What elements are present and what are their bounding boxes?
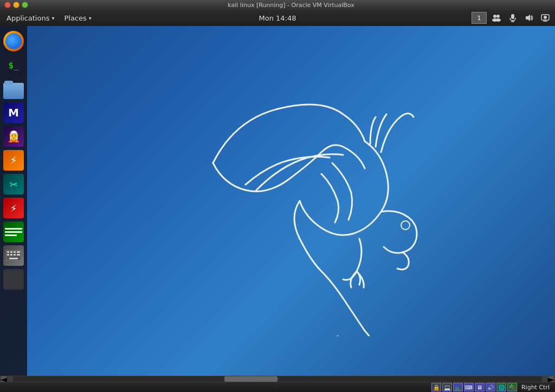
svg-point-3 xyxy=(495,18,501,22)
applications-label: Applications xyxy=(7,14,49,22)
panel-clock[interactable]: Mon 14:48 xyxy=(259,14,296,22)
dock-terminal[interactable]: $_ Terminal xyxy=(3,54,24,76)
svg-rect-22 xyxy=(9,258,18,259)
titlebar-controls[interactable] xyxy=(4,2,28,8)
dock-firefox[interactable]: Firefox ESR xyxy=(3,30,24,52)
kali-dragon-logo xyxy=(170,66,441,336)
desktop[interactable]: Firefox ESR $_ Terminal Files M Metasplo… xyxy=(0,26,555,376)
svg-rect-20 xyxy=(14,254,16,256)
window-title: kali linux [Running] - Oracle VM Virtual… xyxy=(31,2,551,9)
volume-icon[interactable] xyxy=(521,10,537,25)
dock-burp[interactable]: ⚡ Burp Suite xyxy=(3,149,24,171)
applications-menu[interactable]: Applications ▾ xyxy=(2,12,59,24)
titlebar: kali linux [Running] - Oracle VM Virtual… xyxy=(0,0,555,10)
dock-openvas[interactable]: OpenVAS xyxy=(3,221,24,243)
top-panel: Applications ▾ Places ▾ Mon 14:48 1 xyxy=(0,10,555,26)
svg-rect-14 xyxy=(7,251,9,253)
terminal-icon: $_ xyxy=(3,55,24,75)
applications-chevron-icon: ▾ xyxy=(51,15,54,21)
places-menu[interactable]: Places ▾ xyxy=(60,12,95,24)
dock: Firefox ESR $_ Terminal Files M Metasplo… xyxy=(0,26,27,376)
dock-apps-grid[interactable]: Show Applications xyxy=(3,269,24,290)
users-icon[interactable] xyxy=(489,10,504,25)
svg-rect-19 xyxy=(10,254,12,256)
svg-point-12 xyxy=(401,221,410,230)
svg-point-0 xyxy=(493,15,496,18)
svg-rect-4 xyxy=(511,14,514,19)
svg-point-1 xyxy=(496,15,500,18)
scroll-hint: ··· xyxy=(275,377,280,382)
svg-point-9 xyxy=(544,16,547,19)
dock-scissors[interactable]: ✂ Cutycapt xyxy=(3,173,24,195)
maximize-button[interactable] xyxy=(22,2,28,8)
microphone-icon[interactable] xyxy=(505,10,520,25)
dock-faraday[interactable]: ⚡ Faraday IDE xyxy=(3,197,24,219)
svg-marker-7 xyxy=(526,15,530,21)
sys-icon-7[interactable]: 🌐 xyxy=(496,383,506,391)
scroll-left-button[interactable]: ◄ xyxy=(1,376,7,382)
dock-offensive[interactable]: 🧝 Offensive Security xyxy=(3,126,24,147)
dock-metasploit[interactable]: M Metasploit xyxy=(3,102,24,123)
panel-right: 1 xyxy=(470,10,553,25)
bottom-scrollbar-bar[interactable]: ◄ ··· ► xyxy=(0,376,555,382)
dock-files[interactable]: Files xyxy=(3,78,24,100)
right-ctrl-label: Right Ctrl xyxy=(518,384,553,391)
sys-icon-8[interactable]: 🔌 xyxy=(507,383,517,391)
svg-rect-18 xyxy=(7,254,9,256)
svg-rect-21 xyxy=(17,254,20,256)
svg-rect-15 xyxy=(10,251,12,253)
close-button[interactable] xyxy=(4,2,11,8)
svg-rect-17 xyxy=(17,251,20,253)
minimize-button[interactable] xyxy=(13,2,20,8)
places-chevron-icon: ▾ xyxy=(89,15,92,21)
sys-icon-5[interactable]: 🖥 xyxy=(475,383,485,391)
sys-icon-2[interactable]: 💻 xyxy=(442,383,452,391)
sys-icon-3[interactable]: 📺 xyxy=(453,383,463,391)
sys-icon-4[interactable]: ⌨ xyxy=(464,383,474,391)
scroll-right-button[interactable]: ► xyxy=(548,376,554,382)
sys-icon-6[interactable]: 🔊 xyxy=(486,383,495,391)
svg-rect-16 xyxy=(14,251,16,253)
network-icon[interactable] xyxy=(538,10,553,25)
bottom-panel: 🔒 💻 📺 ⌨ 🖥 🔊 🌐 🔌 Right Ctrl xyxy=(0,382,555,392)
workspace-button[interactable]: 1 xyxy=(472,12,487,24)
places-label: Places xyxy=(64,14,86,22)
panel-left: Applications ▾ Places ▾ xyxy=(2,12,96,24)
dock-keyboard[interactable]: Virtual Keyboard xyxy=(3,245,24,266)
scrollbar-track[interactable]: ··· xyxy=(13,376,542,382)
scrollbar-thumb[interactable] xyxy=(224,376,278,382)
sys-icon-1[interactable]: 🔒 xyxy=(431,383,441,391)
